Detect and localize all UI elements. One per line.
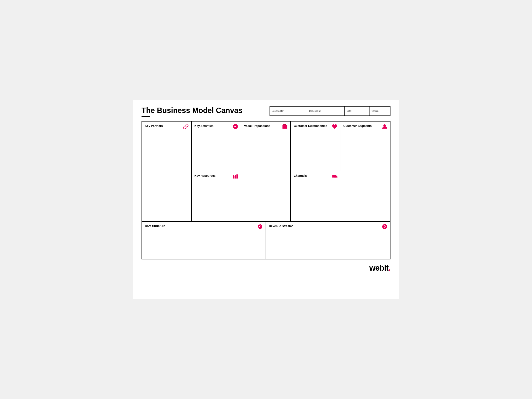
key-resources-cell: Key Resources (192, 171, 241, 221)
key-activities-cell: Key Activities (192, 122, 241, 171)
key-partners-cell: Key Partners (142, 122, 192, 221)
svg-point-13 (382, 224, 387, 229)
designed-by-label: Designed by: (309, 110, 342, 112)
svg-rect-4 (233, 176, 234, 179)
version-label: Version: (372, 110, 388, 112)
page-title: The Business Model Canvas (141, 106, 242, 115)
version-field[interactable]: Version: (369, 106, 390, 115)
page: The Business Model Canvas Designed for: … (133, 100, 399, 299)
svg-point-12 (261, 227, 261, 227)
canvas-main-grid: Key Partners Key Activities Value Propos… (142, 122, 390, 222)
key-activities-label: Key Activities (195, 124, 213, 128)
value-propositions-cell: Value Propositions (241, 122, 291, 221)
heart-icon (332, 124, 337, 131)
revenue-streams-cell: Revenue Streams (266, 222, 390, 259)
svg-point-7 (233, 175, 234, 176)
svg-point-10 (336, 178, 337, 178)
channels-label: Channels (294, 174, 307, 177)
footer: webit. (141, 259, 391, 274)
header-fields: Designed for: Designed by: Date: Version… (270, 106, 391, 116)
check-icon (233, 124, 238, 131)
value-propositions-label: Value Propositions (244, 124, 270, 128)
title-underline (141, 116, 150, 117)
truck-icon (332, 174, 338, 181)
cost-structure-label: Cost Structure (145, 224, 165, 228)
brand-logo: webit. (369, 264, 391, 273)
user-icon (382, 124, 387, 131)
designed-for-label: Designed for: (272, 110, 305, 112)
svg-rect-6 (236, 175, 238, 179)
page-header: The Business Model Canvas Designed for: … (141, 106, 391, 117)
channels-cell: Channels (291, 171, 340, 221)
designed-by-field[interactable]: Designed by: (307, 106, 345, 115)
factory-icon (233, 174, 238, 181)
business-model-canvas: Key Partners Key Activities Value Propos… (141, 121, 391, 259)
customer-relationships-cell: Customer Relationships (291, 122, 340, 171)
brand-dot: . (388, 264, 391, 272)
designed-for-field[interactable]: Designed for: (270, 106, 307, 115)
date-label: Date: (347, 110, 367, 112)
customer-segments-cell: Customer Segments (340, 122, 390, 221)
svg-rect-5 (235, 175, 236, 178)
gift-icon (282, 124, 288, 131)
svg-rect-8 (332, 175, 336, 178)
coin-icon (382, 224, 387, 231)
svg-point-9 (333, 178, 334, 178)
link-icon (183, 124, 189, 131)
tag-icon (257, 224, 263, 231)
customer-relationships-label: Customer Relationships (294, 124, 327, 128)
cost-structure-cell: Cost Structure (142, 222, 266, 259)
date-field[interactable]: Date: (345, 106, 369, 115)
revenue-streams-label: Revenue Streams (269, 224, 293, 228)
title-section: The Business Model Canvas (141, 106, 242, 117)
key-partners-label: Key Partners (145, 124, 163, 128)
canvas-bottom: Cost Structure Revenue Streams (142, 222, 390, 259)
key-resources-label: Key Resources (195, 174, 215, 177)
customer-segments-label: Customer Segments (343, 124, 372, 128)
